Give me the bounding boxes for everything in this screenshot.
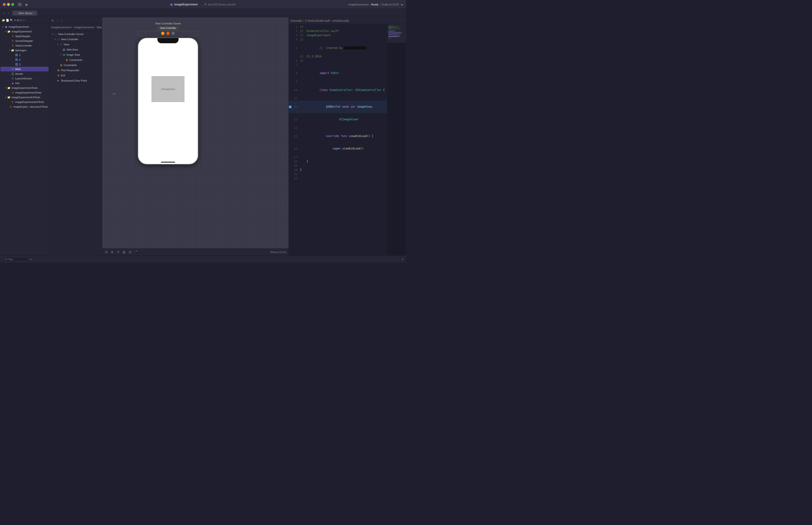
progress-indicator: ●	[402, 258, 403, 260]
sidebar-item-imageExperiment-folder[interactable]: ▾ 📁 imageExperiment	[0, 29, 49, 34]
folder-icon: 📁	[7, 86, 11, 90]
ib-nav-back-button[interactable]: ‹	[56, 18, 59, 23]
minimap-line	[388, 29, 400, 29]
ib-imageview-item[interactable]: ▾ ⊞ Image View	[50, 52, 102, 57]
sidebar-item-main[interactable]: ✕ Main	[0, 67, 49, 72]
ib-tool-1[interactable]: ⊡	[104, 250, 109, 254]
traffic-lights	[3, 3, 14, 6]
filter-input-container[interactable]: ⊕	[3, 257, 28, 261]
code-line-19: 19	[289, 164, 387, 168]
ib-item-label: Constraints	[64, 64, 77, 66]
main-base-tab[interactable]: ⬛ Main (Base) ✕	[12, 11, 37, 15]
code-content[interactable]: 1 // 2 // ViewController.swift 3 // imag…	[289, 24, 387, 255]
sidebar-item-imageexperimentuitests[interactable]: S imageExperimentUITests	[0, 100, 49, 104]
code-line-20: 20 }	[289, 168, 387, 172]
ib-panel: ✕ ‹ › imageExperiment › imageExperiment …	[49, 17, 102, 255]
ib-vc-item[interactable]: ▾ □ View Controller	[50, 37, 102, 42]
bc-sep: ›	[95, 26, 96, 29]
sidebar-item-imageexperimentuitests-folder[interactable]: ▾ 📁 imageExperimentUITests	[0, 95, 49, 100]
ib-constraints-sub-item[interactable]: ⊠ Constraints	[50, 57, 102, 62]
sidebar-item-label: tipImages	[15, 49, 27, 52]
chevron-icon: ▾	[53, 38, 56, 41]
ib-safearea-item[interactable]: ▨ Safe Area	[50, 47, 102, 52]
bc-label: Main	[97, 26, 102, 29]
line-number: 14	[292, 126, 300, 130]
ib-nav-forward-button[interactable]: ›	[60, 18, 63, 23]
build-device[interactable]: ⚙ Any iOS Device (arm64)	[204, 3, 236, 6]
scene-icon: ⬚	[53, 32, 57, 36]
code-line-13: 13 UIImageView!	[289, 113, 387, 126]
sidebar-item-imageExperiment-project[interactable]: ▾ ◆ imageExperiment	[0, 25, 49, 29]
minimap-line	[388, 26, 393, 26]
vc-callout-label: View Controller	[160, 27, 176, 29]
project-icon: ◆	[4, 25, 8, 29]
sidebar-item-viewcontroller[interactable]: S ViewController	[0, 43, 49, 48]
device-label: iPhone 15 Pro	[270, 251, 287, 254]
bc-imageexperiment2[interactable]: imageExperiment	[74, 26, 94, 29]
minimize-button[interactable]	[7, 3, 10, 6]
chevron-icon: ▾	[56, 43, 59, 46]
filter-input[interactable]	[7, 258, 26, 260]
bc-imageexperiment[interactable]: imageExperiment	[51, 26, 72, 29]
constraints-icon: ⊠	[59, 63, 63, 67]
line-number: 16	[292, 147, 300, 151]
ib-close-button[interactable]: ✕	[51, 19, 55, 22]
run-button[interactable]: ▶	[25, 2, 29, 7]
tab-close-button[interactable]: ✕	[33, 12, 35, 14]
ib-tool-5[interactable]: ⊟	[128, 250, 132, 254]
sidebar-item-imageexperimentstslaunch[interactable]: S imageExperi...stsLaunchTests	[0, 104, 49, 109]
line-content: class ViewController: UIViewController {	[300, 84, 385, 96]
bc-automatic[interactable]: Automatic	[291, 19, 302, 22]
ib-tool-2[interactable]: ⊕	[110, 250, 114, 254]
bc-viewcontroller-swift[interactable]: S ViewController.swift	[305, 19, 330, 22]
add-button[interactable]: +	[30, 257, 32, 261]
bc-main[interactable]: Main	[97, 26, 102, 29]
ib-scene-item[interactable]: ▾ ⬚ View Controller Scene	[50, 31, 102, 37]
ib-bottom-toolbar: ⊡ ⊕ ↺ ▤ ⊟ 📱 iPhone 15 Pro	[102, 249, 289, 255]
swift-icon: S	[11, 39, 15, 43]
nav-back-button[interactable]: ‹	[2, 11, 6, 15]
bc-viewdidload[interactable]: viewDidLoad()	[333, 19, 349, 22]
ib-tool-6[interactable]: 📱	[134, 250, 139, 254]
sidebar-item-imageexperimenttests-folder[interactable]: ▾ 📁 imageExperimentTests	[0, 86, 49, 90]
sidebar-item-info[interactable]: ◈ Info	[0, 81, 49, 86]
line-number: 2	[292, 29, 300, 33]
ib-exit-item[interactable]: ⊗ Exit	[50, 73, 102, 78]
sidebar-item-appdelegate[interactable]: S AppDelegate	[0, 34, 49, 39]
close-button[interactable]	[3, 3, 6, 6]
vc-scene-label-text: View Controller Scene	[155, 22, 181, 25]
sidebar-item-launchscreen[interactable]: ✕ LaunchScreen	[0, 76, 49, 81]
plist-icon: ◈	[11, 81, 15, 85]
chevron-icon: ▾	[59, 54, 62, 56]
image-view-label: UIImageView	[161, 88, 175, 90]
code-line-17: 17	[289, 155, 387, 159]
sidebar-item-1[interactable]: 🖼 1	[0, 52, 49, 57]
chevron-icon: ▾	[4, 87, 7, 89]
sidebar-item-label: AppDelegate	[15, 35, 30, 38]
canvas-area[interactable]: → View Controller Scene View Controller	[102, 17, 289, 255]
status-ready: Ready	[371, 3, 379, 6]
ib-tool-4[interactable]: ▤	[122, 250, 126, 254]
sidebar-item-2[interactable]: 🖼 2	[0, 57, 49, 62]
code-line-5: 5 // Created by REDACTED	[289, 42, 387, 54]
ib-firstresponder-item[interactable]: ⊕ First Responder	[50, 68, 102, 73]
sidebar-item-assets[interactable]: ⬛ Assets	[0, 72, 49, 76]
code-line-11: 11	[289, 96, 387, 101]
ib-view-item[interactable]: ▾ □ View	[50, 42, 102, 47]
ib-storyboard-entry-item[interactable]: ► Storyboard Entry Point	[50, 78, 102, 83]
nav-forward-button[interactable]: ›	[6, 11, 10, 15]
sidebar-item-label: imageExperimentTests	[12, 87, 37, 89]
sidebar-item-imageexperimenttests[interactable]: S imageExperimentTests	[0, 90, 49, 95]
line-content: }	[300, 159, 385, 164]
sidebar-item-3[interactable]: 🖼 3	[0, 62, 49, 67]
device-icon: ⚙	[204, 3, 206, 6]
code-line-1: 1 //	[289, 25, 387, 29]
ib-constraints-item[interactable]: ⊠ Constraints	[50, 62, 102, 68]
vc-scene-container[interactable]: → View Controller Scene View Controller	[121, 22, 215, 165]
sidebar-toggle-button[interactable]	[18, 3, 22, 6]
sidebar-item-scenedelegate[interactable]: S SceneDelegate	[0, 39, 49, 43]
maximize-button[interactable]	[11, 3, 14, 6]
sidebar-item-label: 2	[19, 58, 20, 61]
ib-tool-3[interactable]: ↺	[116, 250, 120, 254]
sidebar-item-tipimages[interactable]: ▾ 📁 tipImages	[0, 48, 49, 52]
